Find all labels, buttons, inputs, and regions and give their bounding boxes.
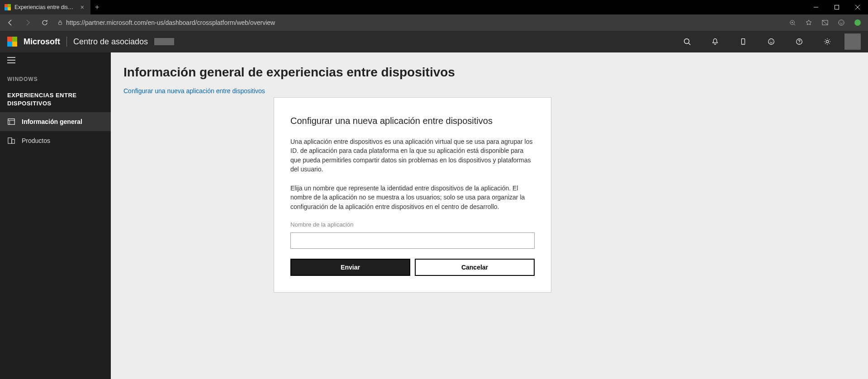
- svg-rect-30: [8, 138, 12, 144]
- product-name[interactable]: Centro de asociados: [73, 37, 148, 47]
- browser-titlebar: Experiencias entre dispositivos × +: [0, 0, 868, 14]
- app-name-label: Nombre de la aplicación: [290, 221, 535, 228]
- sidebar-item-label: Productos: [22, 137, 50, 144]
- address-bar: https://partner.microsoft.com/en-us/dash…: [0, 14, 868, 31]
- window-close-icon[interactable]: [847, 0, 868, 14]
- brand-text: Microsoft: [24, 37, 60, 47]
- face-icon[interactable]: [834, 16, 849, 29]
- settings-icon[interactable]: [816, 31, 838, 52]
- zoom-icon[interactable]: [785, 16, 800, 29]
- dialog-paragraph-2: Elija un nombre que represente la identi…: [290, 184, 535, 211]
- bell-icon[interactable]: [704, 31, 726, 52]
- url-text: https://partner.microsoft.com/en-us/dash…: [66, 19, 275, 26]
- svg-rect-27: [8, 119, 14, 125]
- app-name-input[interactable]: [290, 232, 535, 249]
- svg-line-6: [794, 24, 795, 25]
- dialog-paragraph-1: Una aplicación entre dispositivos es una…: [290, 137, 535, 174]
- svg-point-17: [743, 43, 743, 44]
- url-field[interactable]: https://partner.microsoft.com/en-us/dash…: [54, 19, 783, 26]
- svg-rect-1: [835, 5, 839, 9]
- favicon-microsoft-icon: [5, 4, 11, 10]
- sidebar-group-windows: WINDOWS: [0, 70, 111, 87]
- products-icon: [7, 137, 15, 145]
- svg-line-15: [689, 43, 691, 45]
- device-icon[interactable]: [732, 31, 754, 52]
- svg-point-14: [684, 39, 689, 44]
- search-icon[interactable]: [676, 31, 698, 52]
- sidebar-item-products[interactable]: Productos: [0, 131, 111, 150]
- svg-point-13: [842, 22, 842, 22]
- nav-forward-icon: [20, 16, 35, 29]
- new-tab-button[interactable]: +: [90, 0, 104, 14]
- header-divider: [66, 37, 67, 47]
- svg-line-10: [822, 20, 828, 25]
- dialog-title: Configurar una nueva aplicación entre di…: [290, 116, 535, 126]
- microsoft-logo-icon: [7, 37, 17, 47]
- svg-point-23: [826, 40, 828, 43]
- smile-icon[interactable]: [760, 31, 782, 52]
- page-title: Información general de experiencias entr…: [123, 65, 868, 80]
- cancel-button[interactable]: Cancelar: [415, 259, 535, 276]
- hamburger-icon[interactable]: [0, 52, 111, 70]
- submit-button[interactable]: Enviar: [290, 259, 410, 276]
- favorite-icon[interactable]: [801, 16, 816, 29]
- lock-icon: [57, 19, 63, 26]
- svg-point-20: [772, 41, 773, 41]
- app-header: Microsoft Centro de asociados: [0, 31, 868, 52]
- window-minimize-icon[interactable]: [806, 0, 826, 14]
- sidebar-subgroup-experiences[interactable]: EXPERIENCIAS ENTRE DISPOSITIVOS: [0, 87, 111, 112]
- configure-link[interactable]: Configurar una nueva aplicación entre di…: [123, 87, 265, 95]
- tab-title: Experiencias entre dispositivos: [14, 4, 75, 10]
- help-icon[interactable]: [788, 31, 810, 52]
- sidebar-item-overview[interactable]: Información general: [0, 112, 111, 131]
- avatar[interactable]: [844, 33, 861, 50]
- window-maximize-icon[interactable]: [826, 0, 847, 14]
- tab-close-icon[interactable]: ×: [79, 4, 86, 11]
- browser-tab[interactable]: Experiencias entre dispositivos ×: [0, 0, 90, 14]
- svg-point-12: [840, 22, 840, 22]
- overview-icon: [7, 118, 15, 126]
- sidebar: WINDOWS EXPERIENCIAS ENTRE DISPOSITIVOS …: [0, 52, 111, 379]
- svg-rect-31: [12, 140, 14, 144]
- ad-block-icon[interactable]: [817, 16, 833, 29]
- extension-icon[interactable]: [850, 16, 865, 29]
- svg-point-18: [768, 39, 774, 45]
- header-badge: [154, 38, 174, 45]
- nav-refresh-icon[interactable]: [37, 16, 52, 29]
- configure-dialog: Configurar una nueva aplicación entre di…: [274, 97, 551, 293]
- sidebar-item-label: Información general: [22, 118, 82, 125]
- nav-back-icon[interactable]: [3, 16, 18, 29]
- svg-point-19: [770, 41, 770, 41]
- svg-point-11: [839, 20, 844, 25]
- svg-rect-4: [59, 22, 62, 24]
- svg-point-22: [799, 43, 799, 43]
